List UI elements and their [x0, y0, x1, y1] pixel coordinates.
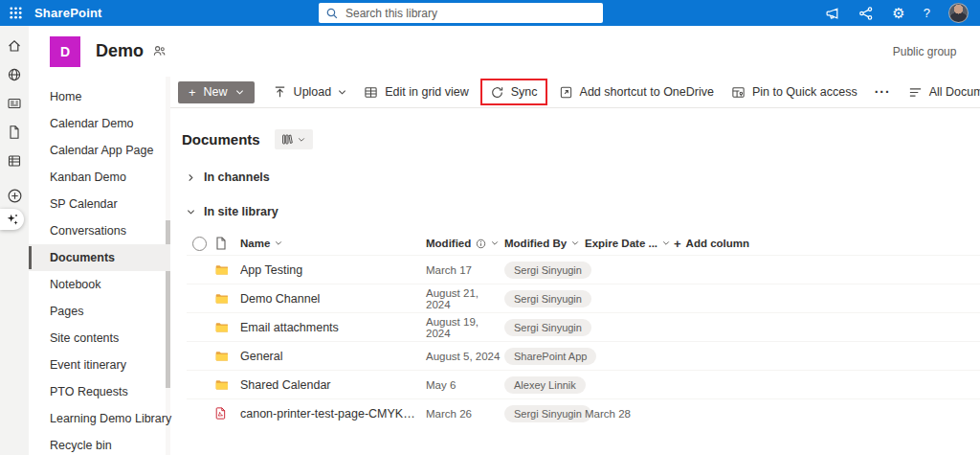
sidebar-item-home[interactable]: Home: [29, 83, 170, 110]
add-column-button[interactable]: + Add column: [674, 237, 789, 251]
modified-by-pill[interactable]: Sergi Sinyugin: [504, 405, 591, 422]
chevron-down-icon: [571, 239, 579, 247]
column-name[interactable]: Name: [240, 238, 426, 249]
upload-button[interactable]: Upload: [264, 80, 356, 103]
sparkle-icon: [6, 213, 19, 226]
home-icon[interactable]: [7, 38, 22, 54]
view-selector-button[interactable]: All Documents: [900, 80, 980, 103]
privacy-label: Public group: [893, 45, 957, 58]
ellipsis-icon: ···: [875, 84, 891, 100]
globe-icon[interactable]: [7, 67, 22, 82]
pin-quick-access-button[interactable]: Pin to Quick access: [723, 80, 866, 103]
modified-by-pill[interactable]: Sergi Sinyugin: [504, 290, 591, 307]
chevron-down-icon: [662, 239, 670, 247]
chevron-down-icon: [275, 239, 282, 247]
modified-by-pill[interactable]: SharePoint App: [504, 348, 596, 365]
site-logo[interactable]: D: [50, 36, 80, 67]
column-modified-by[interactable]: Modified By: [504, 238, 585, 249]
library-view-toggle[interactable]: [275, 129, 313, 149]
chevron-down-icon: [338, 88, 346, 97]
pdf-file-icon: [215, 406, 226, 421]
view-lines-icon: [908, 85, 923, 100]
site-header-meta: Public group ★ Following 10 members: [893, 26, 980, 77]
sync-button[interactable]: Sync: [484, 80, 544, 103]
table-row[interactable]: Shared Calendar May 6 Alexey Linnik: [187, 370, 980, 398]
sidebar-item-event-itinerary[interactable]: Event itinerary: [29, 352, 170, 378]
modified-by-pill[interactable]: Alexey Linnik: [504, 376, 586, 394]
create-plus-icon[interactable]: [7, 188, 23, 204]
chevron-down-icon: [298, 136, 305, 144]
column-modified[interactable]: Modified: [426, 238, 504, 249]
sidebar-item-conversations[interactable]: Conversations: [29, 217, 170, 244]
folder-icon: [215, 291, 228, 306]
info-icon: [476, 239, 486, 249]
file-type-column-icon[interactable]: [215, 237, 240, 250]
books-icon: [281, 133, 294, 146]
table-row[interactable]: Demo Channel August 21, 2024 Sergi Sinyu…: [187, 284, 980, 312]
sidebar-item-calendar-demo[interactable]: Calendar Demo: [29, 110, 170, 137]
library-icon[interactable]: [7, 153, 22, 169]
suite-bar: SharePoint ⚙ ?: [0, 0, 980, 26]
app-rail: [0, 26, 29, 455]
search-box[interactable]: [319, 3, 603, 23]
sidebar-item-site-contents[interactable]: Site contents: [29, 325, 170, 352]
sidebar-item-sp-calendar[interactable]: SP Calendar: [29, 191, 170, 217]
table-row[interactable]: App Testing March 17 Sergi Sinyugin: [187, 255, 980, 284]
library-title: Documents: [182, 131, 260, 148]
announcements-megaphone-icon[interactable]: [825, 6, 840, 21]
app-name[interactable]: SharePoint: [34, 6, 102, 20]
teams-icon: [152, 44, 167, 58]
upload-icon: [273, 85, 287, 100]
document-icon[interactable]: [7, 125, 22, 140]
folder-icon: [215, 262, 228, 277]
library-body: Documents: [170, 108, 980, 455]
sidebar-item-pages[interactable]: Pages: [29, 298, 170, 325]
site-nav-list: Home Calendar Demo Calendar App Page Kan…: [29, 77, 170, 455]
plus-icon: +: [674, 237, 681, 251]
folder-icon: [215, 377, 228, 392]
sidebar-item-kanban-demo[interactable]: Kanban Demo: [29, 164, 170, 191]
news-icon[interactable]: [7, 96, 22, 111]
library-content: + New Upload: [170, 77, 980, 455]
add-shortcut-onedrive-button[interactable]: Add shortcut to OneDrive: [550, 80, 723, 103]
help-icon[interactable]: ?: [924, 6, 930, 20]
table-row[interactable]: canon-printer-test-page-CMYK.pdf March 2…: [187, 398, 980, 427]
copilot-button[interactable]: [0, 209, 24, 230]
sync-icon: [490, 85, 504, 100]
integrations-icon[interactable]: [858, 6, 874, 21]
pin-icon: [731, 85, 746, 100]
search-icon: [325, 7, 339, 20]
modified-by-pill[interactable]: Sergi Sinyugin: [504, 319, 591, 336]
sidebar-item-recycle-bin[interactable]: Recycle bin: [29, 432, 170, 455]
table-row[interactable]: General August 5, 2024 SharePoint App: [187, 341, 980, 370]
sharepoint-app: SharePoint ⚙ ?: [0, 0, 980, 455]
column-expire-date[interactable]: Expire Date ...: [585, 238, 674, 249]
workspace: D Demo Public group ★ Following: [0, 26, 980, 455]
more-commands-button[interactable]: ···: [866, 80, 900, 103]
sidebar-item-pto-requests[interactable]: PTO Requests: [29, 378, 170, 405]
chevron-down-icon: [491, 239, 499, 247]
table-body: App Testing March 17 Sergi Sinyugin Demo…: [187, 255, 980, 427]
folder-icon: [215, 320, 228, 334]
select-all-checkbox[interactable]: [192, 237, 207, 251]
app-launcher-waffle-icon[interactable]: [0, 0, 31, 26]
sidebar-item-learning-demo-library[interactable]: Learning Demo Library: [29, 405, 170, 432]
section-in-site-library[interactable]: In site library: [182, 205, 980, 218]
sidebar-item-documents[interactable]: Documents: [29, 244, 170, 271]
sidebar-item-notebook[interactable]: Notebook: [29, 271, 170, 298]
section-in-channels[interactable]: In channels: [182, 171, 980, 184]
edit-grid-view-button[interactable]: Edit in grid view: [355, 80, 478, 103]
grid-icon: [364, 85, 378, 100]
chevron-right-icon: [187, 173, 195, 182]
modified-by-pill[interactable]: Sergi Sinyugin: [504, 262, 591, 279]
shortcut-icon: [559, 85, 573, 100]
sync-highlight-annotation: Sync: [480, 79, 547, 105]
plus-icon: +: [189, 85, 196, 100]
search-input[interactable]: [345, 7, 596, 20]
new-button[interactable]: + New: [178, 81, 255, 103]
site-title[interactable]: Demo: [96, 41, 144, 61]
settings-gear-icon[interactable]: ⚙: [892, 6, 904, 20]
table-row[interactable]: Email attachments August 19, 2024 Sergi …: [187, 312, 980, 341]
sidebar-item-calendar-app-page[interactable]: Calendar App Page: [29, 137, 170, 164]
account-avatar[interactable]: [948, 3, 969, 23]
